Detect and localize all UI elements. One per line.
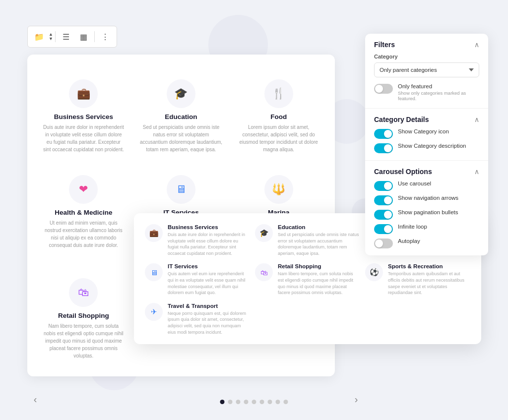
filters-header: Filters ∧ [374, 41, 479, 49]
category-description: Lorem ipsum dolor sit amet, consectetur,… [237, 123, 320, 153]
category-icon-wrap: 💼 [69, 79, 98, 108]
list-item: 🎓 Education Sed ut perspiciatis unde omn… [255, 224, 360, 256]
use-carousel-label-wrap: Use carousel [398, 180, 479, 186]
show-pagination-label: Show pagination bullets [398, 209, 479, 215]
category-filter-select[interactable]: Only parent categoriesAll categoriesFeat… [374, 62, 479, 77]
show-desc-label-wrap: Show Category description [398, 143, 479, 149]
category-description: Sed ut perspiciatis unde omnis iste natu… [140, 123, 223, 153]
only-featured-toggle[interactable] [374, 84, 393, 94]
list-item: 🖥 IT Services Quis autem vel eum iure re… [145, 263, 250, 296]
list-text: Education Sed ut perspiciatis unde omnis… [278, 224, 360, 256]
list-icon-wrap: ✈ [145, 303, 163, 321]
list-text: Travel & Transport Neque porro quisquam … [168, 303, 250, 335]
next-arrow-button[interactable]: › [348, 391, 364, 407]
show-pagination-label-wrap: Show pagination bullets [398, 209, 479, 215]
list-item: ⚽ Sports & Recreation Temporibus autem q… [365, 263, 470, 296]
pagination-dot[interactable] [268, 400, 272, 404]
filters-section: Filters ∧ Category Only parent categorie… [365, 34, 488, 109]
list-text: Sports & Recreation Temporibus autem qui… [388, 263, 470, 296]
category-item: ❤ Health & Medicine Ut enim ad minim ven… [37, 165, 130, 263]
infinite-loop-toggle[interactable] [374, 224, 393, 234]
only-featured-label: Only featured [398, 83, 479, 89]
category-icon-wrap: ❤ [69, 175, 98, 204]
list-text: Business Services Duis aute irure dolor … [168, 224, 250, 256]
arrow-down-icon[interactable]: ▼ [49, 37, 53, 41]
category-icon-wrap: 🔱 [264, 175, 293, 204]
show-nav-arrows-toggle[interactable] [374, 195, 393, 205]
list-item: 🛍 Retail Shopping Nam libero tempore, cu… [255, 263, 360, 296]
divider [55, 31, 56, 42]
show-icon-toggle-row: Show Category icon [374, 128, 479, 139]
pagination-dot[interactable] [260, 400, 264, 404]
block-icon: ▦ [80, 32, 87, 42]
carousel-options-title: Carousel Options [374, 168, 432, 176]
pagination-dots [220, 400, 288, 404]
category-item: 🎓 Education Sed ut perspiciatis unde omn… [135, 69, 228, 160]
divider [94, 31, 95, 42]
show-icon-label: Show Category icon [398, 128, 479, 134]
category-details-section: Category Details ∧ Show Category icon Sh… [365, 109, 488, 161]
pagination-dot[interactable] [236, 400, 241, 404]
category-title: Retail Shopping [58, 312, 109, 319]
category-icon-wrap: 🛍 [69, 278, 98, 307]
autoplay-toggle-row: Autoplay [374, 238, 479, 248]
list-title: Sports & Recreation [388, 263, 470, 269]
category-title: Food [270, 113, 287, 120]
pagination-dot[interactable] [220, 400, 225, 404]
category-description: Nam libero tempore, cum soluta nobis est… [42, 322, 125, 360]
filters-chevron-icon[interactable]: ∧ [474, 41, 479, 49]
arrow-stepper[interactable]: ▲ ▼ [49, 32, 53, 41]
infinite-loop-toggle-row: Infinite loop [374, 224, 479, 234]
only-featured-label-wrap: Only featured Show only categories marke… [398, 83, 479, 101]
list-icon-wrap: 🛍 [255, 263, 273, 281]
pagination-dot[interactable] [284, 400, 288, 404]
list-title: Education [278, 224, 360, 230]
list-icon-wrap: 🎓 [255, 224, 273, 242]
carousel-options-header: Carousel Options ∧ [374, 168, 479, 176]
category-title: Education [165, 113, 197, 120]
list-icon-wrap: ⚽ [365, 263, 383, 281]
show-desc-label: Show Category description [398, 143, 479, 149]
more-options-button[interactable]: ⋮ [97, 28, 114, 45]
pagination-dot[interactable] [276, 400, 280, 404]
list-desc: Nam libero tempore, cum soluta nobis est… [278, 271, 360, 296]
show-icon-toggle[interactable] [374, 129, 393, 139]
pagination-dot[interactable] [252, 400, 256, 404]
list-title: Travel & Transport [168, 303, 250, 309]
list-icon-wrap: 🖥 [145, 263, 163, 281]
list-text: IT Services Quis autem vel eum iure repr… [168, 263, 250, 296]
side-panel: Filters ∧ Category Only parent categorie… [365, 34, 488, 255]
use-carousel-label: Use carousel [398, 180, 479, 186]
category-icon-wrap: 🖥 [167, 175, 195, 204]
more-icon: ⋮ [101, 32, 109, 42]
carousel-options-section: Carousel Options ∧ Use carousel Show nav… [365, 161, 488, 255]
category-description: Duis aute irure dolor in reprehenderit i… [42, 123, 125, 153]
show-icon-label-wrap: Show Category icon [398, 128, 479, 134]
list-view-button[interactable]: ☰ [58, 28, 74, 45]
show-nav-arrows-label-wrap: Show navigation arrows [398, 195, 479, 201]
list-desc: Sed ut perspiciatis unde omnis iste natu… [278, 232, 360, 256]
list-desc: Temporibus autem quibusdam et aut offici… [388, 271, 470, 296]
category-details-chevron-icon[interactable]: ∧ [474, 116, 479, 123]
show-pagination-toggle[interactable] [374, 210, 393, 220]
pagination-dot[interactable] [244, 400, 249, 404]
toolbar: 📁 ▲ ▼ ☰ ▦ ⋮ [27, 26, 117, 48]
list-icon: ☰ [63, 32, 69, 42]
infinite-loop-label: Infinite loop [398, 224, 479, 230]
autoplay-toggle[interactable] [374, 239, 393, 248]
carousel-options-chevron-icon[interactable]: ∧ [474, 168, 479, 176]
category-description: Ut enim ad minim veniam, quis nostrud ex… [42, 219, 125, 249]
list-icon-wrap: 💼 [145, 224, 163, 242]
autoplay-label: Autoplay [398, 238, 479, 244]
pagination-dot[interactable] [228, 400, 233, 404]
show-desc-toggle[interactable] [374, 143, 393, 153]
category-item: 🛍 Retail Shopping Nam libero tempore, cu… [37, 268, 130, 366]
block-view-button[interactable]: ▦ [75, 28, 92, 45]
folder-button[interactable]: 📁 [31, 28, 48, 45]
prev-arrow-button[interactable]: ‹ [27, 391, 43, 407]
use-carousel-toggle[interactable] [374, 181, 393, 191]
show-pagination-toggle-row: Show pagination bullets [374, 209, 479, 220]
category-details-header: Category Details ∧ [374, 116, 479, 123]
show-nav-arrows-toggle-row: Show navigation arrows [374, 195, 479, 205]
category-filter-label: Category [374, 54, 479, 60]
